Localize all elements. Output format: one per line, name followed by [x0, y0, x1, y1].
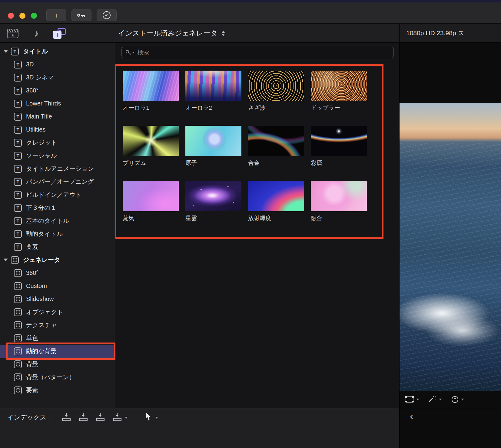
overwrite-clip-icon[interactable] — [112, 413, 122, 422]
generator-tile-doppler[interactable]: ドップラー — [311, 71, 367, 111]
title-icon-glyph: T — [16, 88, 19, 93]
generator-tile-atom[interactable]: 原子 — [185, 126, 241, 166]
sidebar-item-gen-backgrounds-pattern[interactable]: 背景（パターン） — [0, 371, 115, 384]
generator-label: ドップラー — [311, 105, 367, 111]
color-correction-icon[interactable] — [452, 396, 458, 403]
sidebar-item-title-animation[interactable]: T タイトルアニメーション — [0, 162, 115, 175]
generator-label: 蒸気 — [123, 215, 179, 222]
chevron-down-icon[interactable] — [439, 399, 442, 400]
select-tool-cursor-icon[interactable] — [146, 413, 151, 420]
sidebar-item-3d[interactable]: T 3D — [0, 58, 115, 71]
sidebar-item-label: バンパー／オープニング — [26, 178, 94, 186]
disclosure-triangle-icon[interactable] — [4, 259, 8, 261]
search-lens — [126, 50, 129, 53]
search-filter-chevron-icon[interactable] — [132, 52, 134, 53]
sidebar-item-gen-slideshow[interactable]: Slideshow — [0, 293, 115, 306]
append-clip-icon[interactable] — [95, 413, 105, 422]
sidebar-item-label: タイトルアニメーション — [26, 165, 94, 173]
viewer-format-info: 1080p HD 23.98p ス — [400, 24, 501, 43]
sidebar-section-titles[interactable]: T タイトル — [0, 45, 115, 58]
media-browser-toolbar: ★ ♪ T インストール済みジェネレータ — [0, 24, 399, 43]
sidebar-item-gen-dynamic-backgrounds[interactable]: 動的な背景 — [0, 345, 115, 358]
generator-icon — [14, 360, 22, 368]
transform-crop-icon[interactable] — [406, 396, 413, 403]
generator-tile-prism[interactable]: プリズム — [123, 126, 179, 166]
sidebar-item-lower-third-jp[interactable]: T 下３分の１ — [0, 201, 115, 214]
sidebar-item-main-title[interactable]: T Main Title — [0, 110, 115, 123]
sidebar-item-social[interactable]: T ソーシャル — [0, 149, 115, 162]
viewer-footer: ‹ — [400, 408, 501, 448]
search-handle — [129, 53, 131, 55]
generator-thumbnail — [248, 71, 304, 101]
search-bar[interactable] — [121, 47, 394, 58]
annotation-box-sidebar — [6, 343, 116, 360]
generator-tile-radiance[interactable]: 放射輝度 — [248, 181, 304, 222]
sidebar-item-build-in-out[interactable]: T ビルドイン／アウト — [0, 188, 115, 201]
search-input[interactable] — [138, 49, 390, 56]
chevron-down-icon[interactable] — [416, 399, 419, 400]
sidebar-item-lower-thirds[interactable]: T Lower Thirds — [0, 97, 115, 110]
chevron-down-icon[interactable] — [155, 417, 158, 419]
generator-label: 星雲 — [185, 215, 241, 222]
sidebar-item-gen-backgrounds[interactable]: 背景 — [0, 358, 115, 371]
sidebar-item-gen-objects[interactable]: オブジェクト — [0, 306, 115, 319]
connect-clip-icon[interactable] — [61, 413, 71, 422]
generator-icon — [14, 386, 22, 394]
generator-tile-aurora1[interactable]: オーロラ1 — [123, 71, 179, 111]
import-media-button[interactable]: ↓ — [46, 9, 66, 21]
sidebar-item-label: 単色 — [26, 334, 38, 342]
sidebar-item-basic-title[interactable]: T 基本のタイトル — [0, 214, 115, 227]
sidebar-item-360[interactable]: T 360° — [0, 84, 115, 97]
installed-generators-popup[interactable]: インストール済みジェネレータ — [118, 24, 225, 43]
chevron-down-icon[interactable] — [461, 399, 464, 400]
generator-tile-ripples[interactable]: さざ波 — [248, 71, 304, 111]
key-tooth — [84, 16, 85, 17]
index-button[interactable]: インデックス — [7, 413, 46, 422]
sidebar-item-credits[interactable]: T クレジット — [0, 136, 115, 149]
generator-label: プリズム — [123, 160, 179, 166]
sidebar-item-gen-textures[interactable]: テクスチャ — [0, 319, 115, 332]
sidebar-item-bumper-opening[interactable]: T バンパー／オープニング — [0, 175, 115, 188]
sidebar-item-3d-cinema[interactable]: T 3D シネマ — [0, 71, 115, 84]
generator-tile-chromosphere[interactable]: 彩層 — [311, 126, 367, 166]
close-window-button[interactable] — [8, 13, 14, 19]
generator-thumbnail — [248, 126, 304, 156]
sidebar-item-gen-elements[interactable]: 要素 — [0, 384, 115, 397]
sidebar-item-gen-custom[interactable]: Custom — [0, 279, 115, 293]
enhance-wand-icon[interactable] — [429, 396, 436, 403]
zoom-window-button[interactable] — [31, 13, 37, 19]
minimize-window-button[interactable] — [19, 13, 25, 19]
chevron-up-icon — [222, 31, 225, 33]
sidebar-item-dynamic-title[interactable]: T 動的タイトル — [0, 227, 115, 240]
generator-tile-nebula[interactable]: 星雲 — [185, 181, 241, 222]
generator-tile-fusion[interactable]: 融合 — [311, 181, 367, 222]
title-icon: T — [14, 100, 22, 108]
photos-audio-browser-button[interactable]: ♪ — [28, 27, 45, 39]
generator-tile-alloy[interactable]: 合金 — [248, 126, 304, 166]
chevron-down-icon[interactable] — [125, 417, 128, 419]
title-icon: T — [14, 204, 22, 212]
generator-tile-aurora2[interactable]: オーロラ2 — [185, 71, 241, 111]
sidebar-item-gen-solids[interactable]: 単色 — [0, 332, 115, 345]
collapse-left-chevron-icon[interactable]: ‹ — [410, 411, 413, 421]
background-tasks-button[interactable]: ✓ — [97, 9, 117, 21]
arrow-head — [65, 415, 68, 417]
disclosure-triangle-icon[interactable] — [4, 50, 8, 53]
effects-browser-button[interactable]: ★ — [4, 27, 21, 39]
sidebar-item-label: 背景 — [26, 360, 38, 368]
sidebar-item-elements[interactable]: T 要素 — [0, 240, 115, 253]
sidebar-section-generators[interactable]: ジェネレータ — [0, 253, 115, 266]
generator-icon — [14, 295, 22, 303]
keyword-editor-button[interactable] — [71, 9, 91, 21]
title-icon-glyph: T — [16, 231, 19, 236]
generator-icon — [14, 334, 22, 342]
generator-tile-steam[interactable]: 蒸気 — [123, 181, 179, 222]
sidebar-item-label: ビルドイン／アウト — [26, 191, 82, 199]
timeline-toolbar: インデックス — [0, 408, 399, 448]
sidebar-item-utilities[interactable]: T Utilities — [0, 123, 115, 136]
insert-clip-icon[interactable] — [78, 413, 88, 422]
titles-generators-browser-button[interactable]: T — [51, 27, 68, 39]
sidebar-item-label: Custom — [26, 283, 47, 289]
sidebar-item-gen-360[interactable]: 360° — [0, 266, 115, 279]
sidebar-item-label: 3D シネマ — [26, 73, 54, 82]
